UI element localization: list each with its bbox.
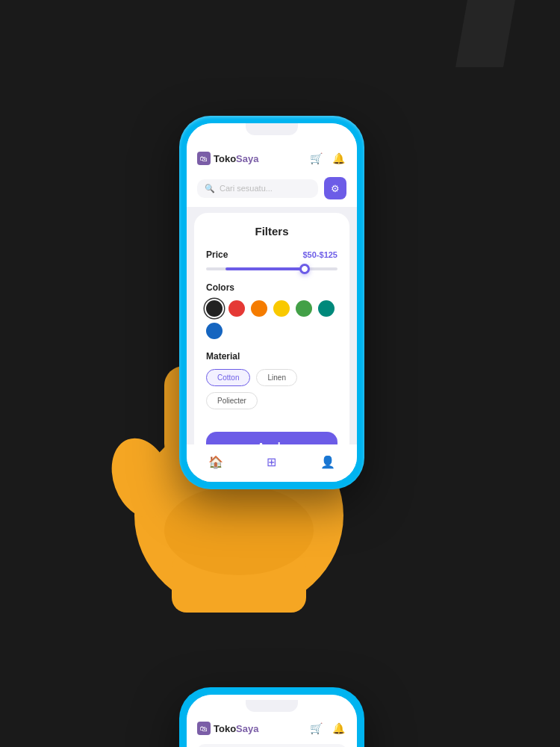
grid-icon: ⊞: [267, 455, 276, 469]
material-chip-cotton[interactable]: Cotton: [206, 369, 250, 386]
logo-icon: 🛍: [197, 152, 211, 165]
secondary-bell-icon: 🔔: [330, 720, 346, 737]
secondary-logo-icon: 🛍: [197, 722, 211, 735]
secondary-phone-screen: 🛍 TokoSaya 🛒 🔔 Cari sesuatu...: [187, 695, 357, 747]
color-dot-red[interactable]: [228, 300, 245, 317]
secondary-header: 🛍 TokoSaya 🛒 🔔: [187, 717, 357, 740]
secondary-search: Cari sesuatu...: [187, 740, 357, 747]
color-dot-orange[interactable]: [251, 300, 267, 317]
secondary-phone: 🛍 TokoSaya 🛒 🔔 Cari sesuatu...: [179, 687, 364, 747]
header-icons: 🛒 🔔: [308, 150, 346, 167]
filter-panel: Filters Price $50-$125 Colors: [194, 213, 349, 477]
color-dot-yellow[interactable]: [273, 300, 290, 317]
filter-toggle-button[interactable]: ⚙: [324, 177, 346, 199]
search-placeholder: Cari sesuatu...: [220, 184, 273, 193]
colors-section: Colors: [206, 282, 337, 339]
nav-grid[interactable]: ⊞: [267, 455, 276, 469]
app-header: 🛍 TokoSaya 🛒 🔔: [187, 146, 357, 171]
secondary-logo-text: TokoSaya: [214, 723, 258, 734]
price-section: Price $50-$125: [206, 249, 337, 270]
search-input-wrap[interactable]: 🔍 Cari sesuatu...: [197, 179, 318, 198]
material-section: Material CottonLinenPoliecter: [206, 351, 337, 409]
profile-icon: 👤: [320, 455, 335, 469]
colors-label-row: Colors: [206, 282, 337, 293]
filter-title: Filters: [206, 225, 337, 238]
material-chip-poliecter[interactable]: Poliecter: [206, 392, 258, 409]
secondary-notch: [246, 700, 298, 712]
price-label: Price: [206, 249, 228, 260]
material-label-row: Material: [206, 351, 337, 362]
secondary-logo: 🛍 TokoSaya: [197, 722, 258, 735]
decorative-shape: [455, 0, 515, 67]
colors-label: Colors: [206, 282, 234, 293]
material-chip-linen[interactable]: Linen: [256, 369, 296, 386]
app-logo: 🛍 TokoSaya: [197, 152, 258, 165]
secondary-status-bar: [187, 695, 357, 717]
notch: [246, 123, 298, 135]
colors-row: [206, 300, 337, 339]
price-value: $50-$125: [303, 250, 338, 259]
price-slider-fill: [225, 267, 305, 270]
nav-home[interactable]: 🏠: [208, 455, 223, 469]
color-dot-teal[interactable]: [318, 300, 335, 317]
nav-profile[interactable]: 👤: [320, 455, 335, 469]
price-slider-track[interactable]: [206, 267, 337, 270]
secondary-phone-frame: 🛍 TokoSaya 🛒 🔔 Cari sesuatu...: [179, 687, 364, 747]
price-slider-thumb[interactable]: [299, 264, 310, 274]
main-phone: 🛍 TokoSaya 🛒 🔔 🔍 Cari sesuatu... ⚙: [179, 116, 364, 489]
search-area: 🔍 Cari sesuatu... ⚙: [187, 171, 357, 207]
material-label: Material: [206, 351, 240, 362]
cart-icon[interactable]: 🛒: [308, 150, 324, 167]
status-bar: [187, 123, 357, 146]
material-row: CottonLinenPoliecter: [206, 369, 337, 409]
secondary-cart-icon: 🛒: [308, 720, 324, 737]
bell-icon[interactable]: 🔔: [330, 150, 346, 167]
color-dot-blue[interactable]: [206, 323, 223, 339]
phone-frame: 🛍 TokoSaya 🛒 🔔 🔍 Cari sesuatu... ⚙: [179, 116, 364, 489]
secondary-header-icons: 🛒 🔔: [308, 720, 346, 737]
color-dot-black[interactable]: [206, 300, 223, 317]
price-label-row: Price $50-$125: [206, 249, 337, 260]
logo-text: TokoSaya: [214, 153, 258, 164]
bottom-nav: 🏠 ⊞ 👤: [187, 444, 357, 482]
secondary-search-wrap: Cari sesuatu...: [197, 744, 346, 747]
color-dot-green[interactable]: [296, 300, 312, 317]
phone-screen: 🛍 TokoSaya 🛒 🔔 🔍 Cari sesuatu... ⚙: [187, 123, 357, 482]
svg-point-7: [164, 486, 314, 575]
home-icon: 🏠: [208, 455, 223, 469]
search-icon: 🔍: [205, 184, 215, 193]
